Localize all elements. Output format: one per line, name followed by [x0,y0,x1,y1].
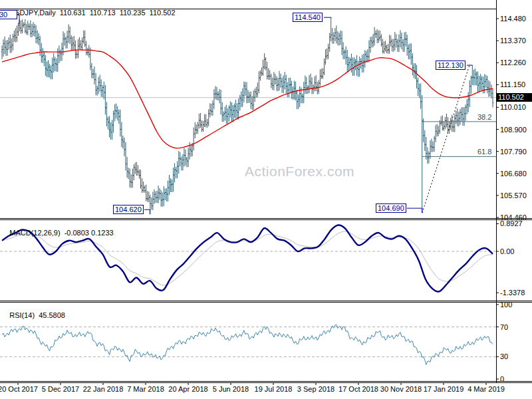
price-axis-label: 112.260 [500,59,526,66]
rsi-axis-label: 30 [500,352,508,360]
open-value: 110.631 [60,9,86,17]
date-axis-label: 17 Jan 2019 [424,385,464,393]
rsi-indicator-header: RSI(14)45.5808 [1,303,69,327]
price-annotation-box[interactable]: 104.690 [376,203,406,213]
fib-level-label: 61.8 [477,148,491,156]
price-axis-label: 111.150 [500,80,525,88]
macd-axis-label: 0.8927 [500,219,523,227]
date-axis-label: 7 Mar 2018 [127,385,164,393]
rsi-axis-label: 100 [500,301,512,309]
price-annotation-box[interactable]: 30 [0,10,17,19]
date-axis-label: 3 Sep 2018 [297,385,334,393]
date-axis-label: 30 Nov 2018 [380,385,422,393]
price-axis-label: 114.480 [500,15,526,23]
price-annotation-box[interactable]: 104.620 [113,205,144,214]
price-annotation-box[interactable]: 112.130 [436,61,466,70]
rsi-axis-label: 0 [500,375,504,383]
date-axis-label: 22 Jan 2018 [83,385,124,393]
macd-axis-label: 0.00 [500,247,514,255]
price-axis-label: 107.790 [500,148,527,156]
high-value: 110.713 [90,9,116,17]
symbol-ohlc-header: USDJPY,Daily110.631110.713110.235110.502 [1,1,180,25]
fib-level-label: 38.2 [477,113,491,121]
date-axis-label: 20 Apr 2018 [168,385,207,393]
close-value: 110.502 [150,9,176,17]
date-axis-label: 5 Dec 2017 [42,385,79,393]
rsi-value: 45.5808 [39,311,65,319]
price-annotation-box[interactable]: 114.540 [293,13,323,22]
date-axis-label: 4 Mar 2019 [467,385,505,393]
macd-indicator-header: MACD(12,26,9)-0.0803 0.1233 [1,221,118,245]
date-axis-label: 20 Oct 2017 [0,385,38,393]
date-axis-label: 19 Jul 2018 [255,385,293,393]
current-price-badge: 110.502 [497,93,532,102]
price-axis-label: 105.570 [500,192,527,200]
rsi-axis-label: 70 [500,323,508,331]
price-axis-label: 113.370 [500,37,526,45]
trading-chart-window: ActionForex.com USDJPY,Daily110.631110.7… [0,0,532,399]
price-axis-label: 106.680 [500,170,527,178]
rsi-name: RSI(14) [9,311,35,319]
low-value: 110.235 [120,9,146,17]
chart-canvas[interactable] [0,0,532,399]
price-axis-label: 110.010 [500,103,526,111]
date-axis-label: 5 Jun 2018 [213,385,249,393]
macd-axis-label: -1.3378 [500,289,525,297]
price-axis-label: 108.900 [500,126,527,134]
macd-values: -0.0803 0.1233 [65,229,114,237]
date-axis-label: 17 Oct 2018 [338,385,378,393]
macd-name: MACD(12,26,9) [9,229,60,237]
